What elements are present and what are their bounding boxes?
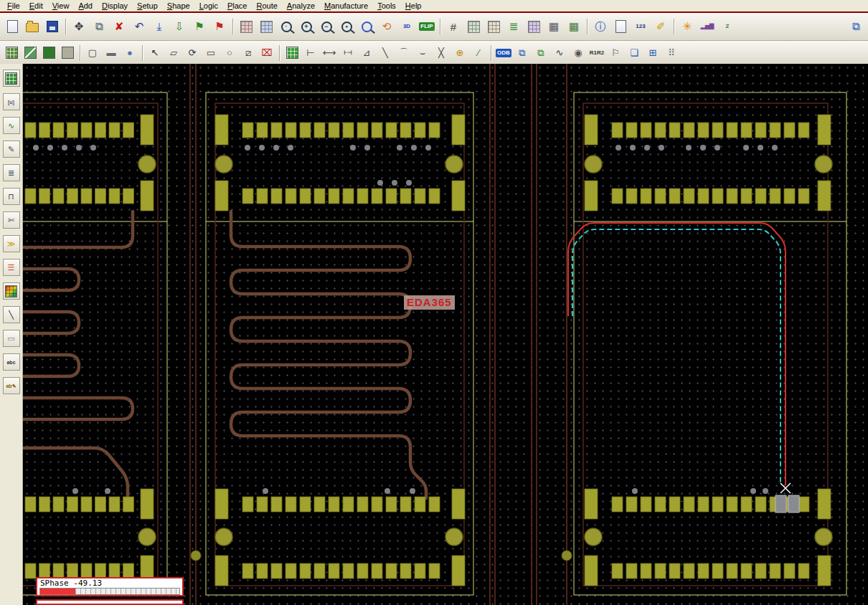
pcb-pad[interactable] [770, 123, 780, 138]
net-list-icon[interactable]: ☰ [3, 259, 20, 276]
drill-dot[interactable] [263, 488, 268, 494]
pcb-pad[interactable] [798, 123, 809, 138]
pcb-pad[interactable] [343, 563, 354, 578]
pcb-pad[interactable] [257, 497, 268, 512]
drill-dot[interactable] [425, 145, 431, 151]
serpentine-trace[interactable] [23, 312, 79, 333]
pcb-pad[interactable] [698, 497, 709, 512]
pcb-pad[interactable] [400, 563, 411, 578]
pcb-pad[interactable] [95, 123, 106, 138]
export-down-arrow-icon[interactable]: ⤓ [150, 17, 169, 36]
circle-center-tool-icon[interactable]: ⊕ [451, 44, 468, 62]
circle-tool-icon[interactable]: ● [121, 44, 138, 62]
pcb-pad[interactable] [123, 563, 134, 578]
testprep-ic-icon[interactable] [283, 44, 301, 62]
pcb-pad[interactable] [95, 189, 106, 204]
menu-setup[interactable]: Setup [133, 1, 163, 11]
pcb-pad[interactable] [343, 497, 354, 512]
panel-window-icon[interactable]: ❏ [626, 44, 643, 62]
pcb-end-pad[interactable] [452, 489, 465, 519]
pcb-pad[interactable] [372, 123, 382, 138]
drill-dot[interactable] [411, 145, 417, 151]
pcb-pad[interactable] [242, 497, 253, 512]
waveform-probe-icon[interactable]: ∿ [551, 44, 568, 62]
zoom-points-icon[interactable]: · [277, 17, 296, 36]
menu-place[interactable]: Place [223, 1, 253, 11]
pcb-pad[interactable] [25, 497, 36, 512]
copy-tool-icon[interactable]: ⧉ [90, 17, 108, 36]
pcb-end-pad[interactable] [585, 181, 598, 211]
delete-vertex-tool-icon[interactable]: ⌧ [258, 44, 275, 62]
pin-measure-tool-icon[interactable]: ⊢ [302, 44, 319, 62]
undo-tool-icon[interactable]: ↶ [130, 17, 148, 36]
column-chart-icon[interactable]: ▂▅▇ [698, 17, 717, 36]
route-grid-red-icon[interactable] [237, 17, 255, 36]
pcb-pad[interactable] [343, 189, 354, 204]
pcb-pad[interactable] [357, 497, 368, 512]
pcb-pad[interactable] [784, 189, 795, 204]
pcb-pad[interactable] [271, 497, 282, 512]
pcb-pad[interactable] [712, 123, 723, 138]
pcb-pad[interactable] [67, 563, 78, 578]
flag-report-icon[interactable]: ⚐ [607, 44, 624, 62]
view-3d-icon[interactable]: 3D [397, 17, 416, 36]
routed-net-cyan[interactable] [572, 229, 780, 483]
drill-dot[interactable] [750, 488, 756, 494]
select-cursor-tool-icon[interactable]: ↖ [146, 44, 164, 62]
odb-export-icon[interactable]: ODB [495, 44, 512, 62]
constraint-table-icon[interactable]: ▦ [544, 17, 563, 36]
pcb-pad[interactable] [755, 123, 766, 138]
drill-dot[interactable] [392, 180, 397, 186]
measure-123-icon[interactable]: 123 [631, 17, 650, 36]
pcb-pad[interactable] [626, 563, 637, 578]
pcb-pad[interactable] [357, 123, 368, 138]
pin-green-icon[interactable]: ⚑ [190, 17, 209, 36]
pcb-pad[interactable] [109, 563, 120, 578]
menu-edit[interactable]: Edit [25, 1, 48, 11]
pcb-pad[interactable] [741, 123, 752, 138]
save-file-icon[interactable] [43, 17, 62, 36]
open-folder-icon[interactable] [23, 17, 42, 36]
component-pi-icon[interactable]: ⊓ [3, 188, 20, 205]
drill-dot[interactable] [763, 488, 768, 494]
signal-wave-icon[interactable]: ∿ [3, 117, 20, 134]
pcb-pad[interactable] [67, 497, 78, 512]
color-priority-icon[interactable] [464, 17, 483, 36]
pcb-pad[interactable] [741, 189, 752, 204]
pcb-end-pad[interactable] [585, 556, 598, 586]
pcb-pad[interactable] [741, 497, 752, 512]
pcb-pad[interactable] [698, 189, 709, 204]
pcb-pad[interactable] [372, 497, 382, 512]
pcb-pad[interactable] [669, 563, 680, 578]
xsection-grid-icon[interactable] [524, 17, 543, 36]
pcb-pad[interactable] [626, 123, 637, 138]
drill-dot[interactable] [288, 145, 293, 151]
pcb-pad[interactable] [641, 123, 651, 138]
mount-hole[interactable] [138, 156, 156, 173]
layer-stack-icon[interactable]: ≣ [504, 17, 523, 36]
pcb-pad[interactable] [386, 497, 397, 512]
pcb-end-pad[interactable] [452, 115, 465, 145]
pcb-pad[interactable] [626, 497, 637, 512]
routed-net-red[interactable] [568, 223, 786, 485]
pcb-pad[interactable] [655, 563, 666, 578]
photoplot-icon[interactable]: ◉ [570, 44, 587, 62]
pcb-pad[interactable] [655, 123, 666, 138]
pcb-pad[interactable] [612, 563, 623, 578]
pcb-pad[interactable] [641, 563, 651, 578]
pcb-pad[interactable] [400, 497, 411, 512]
drill-dot[interactable] [377, 180, 383, 186]
pcb-pad[interactable] [271, 123, 282, 138]
shape-fill-none-icon[interactable] [59, 44, 76, 62]
filled-rect-tool-icon[interactable]: ▬ [103, 44, 120, 62]
waive-hourglass-icon[interactable]: Z [718, 17, 737, 36]
pcb-end-pad[interactable] [141, 489, 154, 519]
smd-component[interactable] [788, 495, 799, 513]
pcb-pad[interactable] [429, 563, 440, 578]
pcb-end-pad[interactable] [818, 181, 831, 211]
pcb-pad[interactable] [698, 123, 709, 138]
drill-dot[interactable] [105, 488, 110, 494]
artwork-film-icon[interactable]: ⧉ [514, 44, 531, 62]
pcb-pad[interactable] [286, 189, 296, 204]
move-tool-icon[interactable]: ✥ [70, 17, 88, 36]
